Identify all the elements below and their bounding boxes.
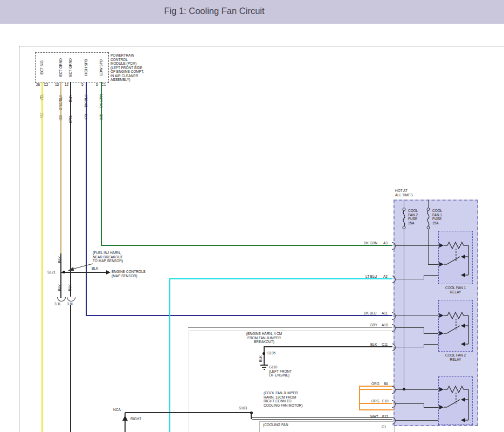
s105-splice-dot [263, 352, 265, 355]
orgblk-469-wire [60, 82, 61, 253]
entry-gry-color: GRY [370, 323, 377, 327]
a11-internal [396, 316, 438, 316]
a2-internal2 [424, 275, 438, 276]
entry-dkgrn-pin: A3 [383, 241, 388, 245]
fuse-fan2-label: COOL FAN 2 FUSE 15A [408, 209, 418, 225]
entry-dkblu-pin: A11 [382, 311, 388, 316]
fuse1-to-relay1 [428, 264, 438, 265]
relay2-internals [438, 300, 473, 352]
map-blk-label: BLK [92, 266, 98, 271]
a2-internal [396, 279, 424, 279]
entry-wht-pin: F12 [382, 415, 388, 419]
b6-internal [396, 389, 438, 390]
map-sensor-wire [71, 272, 106, 273]
motor-conn-c1: C1 [382, 425, 386, 429]
fuel-inj-harn-note: (FUEL INJ HARN, NEAR BREAKOUT TO MAP SEN… [93, 251, 123, 263]
pcm-signal-ect-sig: ECT SIG [40, 60, 44, 74]
relay1-internals [438, 231, 473, 284]
f12-internal [396, 420, 438, 421]
a3-internal [396, 245, 438, 246]
pcm-pin-12: 12 [65, 83, 68, 87]
entry-dkgrn-color: DK GRN [364, 241, 377, 245]
pcm-pin-6: 6 [96, 83, 98, 87]
fuel-note-arrow [66, 262, 94, 273]
c11-internal2 [424, 344, 438, 345]
e10-internal [396, 403, 424, 404]
dkblu-473-wire-v [86, 82, 87, 316]
ltblu-wire-v [169, 278, 170, 432]
pcm-pin-5: 5 [81, 83, 84, 87]
yel-410-wire [42, 82, 43, 432]
blk-2761-wire-continued [70, 305, 71, 432]
s121-blk-left: BLK [58, 284, 61, 291]
c11-internal [396, 347, 424, 347]
gry-wire-h [188, 327, 392, 328]
org-b6-wire [360, 389, 392, 390]
figure-header-bar: Fig 1: Cooling Fan Circuit [0, 0, 504, 24]
dkblu-473-wire-h [86, 315, 392, 316]
entry-ltblu-color: LT BLU [365, 275, 377, 279]
map-sensor-destination: ENGINE CONTROLS (MAP SENSOR) [112, 270, 146, 278]
pcm-conn-c2: C2 [44, 83, 48, 87]
s121-label: S121 [47, 270, 56, 275]
pcm-signal-low-spd: LOW SPD [99, 59, 103, 76]
engine-38-label: 3.8L [67, 302, 74, 306]
entry-orge10-color: ORG [371, 399, 379, 403]
fuse-fan1-label: COOL FAN 1 FUSE 15A [432, 209, 442, 225]
cool-fan-jumper-note: (COOL FAN JUMPER HARN, 19CM FROM RIGHT C… [264, 391, 302, 407]
cooling-fan-label: (COOLING FAN [263, 423, 288, 427]
relay3-internals [438, 376, 473, 425]
entry-orgb6-pin: B6 [384, 382, 388, 386]
entry-wht-color: WHT [370, 415, 378, 419]
right-continuation-arrow [122, 415, 128, 421]
blk-ground-wire-v [264, 346, 265, 365]
nca-label: NCA [113, 408, 121, 412]
a2-jog [424, 275, 424, 279]
g110-label: G110 (LEFT FRONT OF ENGINE) [269, 365, 292, 378]
dkgrn-335-wire-h [101, 245, 392, 246]
s121-splice-dot [63, 271, 65, 273]
pcm-signal-ect-grnd2: ECT GRND [68, 58, 72, 77]
fuse-symbol-fan1 [425, 207, 432, 230]
a10-internal2 [424, 333, 438, 334]
nca-wire [125, 412, 252, 413]
pcm-pin-13: 13 [55, 83, 59, 87]
cool-fan-1-relay-label: COOL FAN 1 RELAY [435, 286, 476, 294]
s105-blk-label: BLK [259, 355, 263, 362]
fuse-symbol-fan2 [401, 207, 408, 230]
pcm-note: POWERTRAIN CONTROL MODULE (PCM) (LEFT FR… [111, 53, 144, 82]
cool-fan-2-relay-label: COOL FAN 2 RELAY [435, 353, 476, 361]
fuse2-feed-wire [404, 229, 404, 389]
s121-blk-above: BLK [58, 256, 61, 263]
entry-blk-color: BLK [370, 342, 377, 347]
figure-title: Fig 1: Cooling Fan Circuit [70, 6, 358, 16]
a10-internal [396, 327, 424, 328]
engine-31-label: 3.1L [54, 302, 61, 306]
entry-orgb6-color: ORG [371, 382, 379, 386]
pcm-signal-high-spd: HIGH SPD [84, 59, 88, 76]
hot-at-all-times-label: HOT AT ALL TIMES [395, 189, 413, 197]
e10-internal2 [424, 407, 438, 408]
wiring-diagram-page: Fig 1: Cooling Fan Circuit ECT SIG ECT G… [0, 0, 504, 432]
entry-gry-pin: A10 [382, 323, 388, 327]
s121-blk-right: BLK [68, 284, 72, 291]
s105-label: S105 [267, 351, 275, 355]
entry-blk-pin: C11 [382, 342, 388, 347]
entry-ltblu-pin: A2 [383, 275, 388, 279]
dkgrn-335-wire-v [101, 82, 102, 246]
s103-label: S103 [239, 406, 247, 410]
ltblu-wire-h [169, 278, 392, 279]
entry-orge10-pin: E10 [382, 399, 389, 403]
entry-dkblu-color: DK BLU [364, 311, 376, 316]
pcm-pin-26: 26 [36, 83, 40, 87]
pcm-signal-ect-grnd1: ECT GRND [59, 58, 63, 77]
pcm-conn-c1: C1 [101, 83, 106, 87]
map-sensor-arrow [106, 270, 111, 275]
right-continuation-wire [125, 421, 126, 432]
engine-harn-note: (ENGINE HARN, 4 CM FROM FAN JUMPER BREAK… [237, 332, 291, 344]
right-label: RIGHT [130, 417, 141, 421]
fuse1-feed-wire [428, 229, 429, 265]
